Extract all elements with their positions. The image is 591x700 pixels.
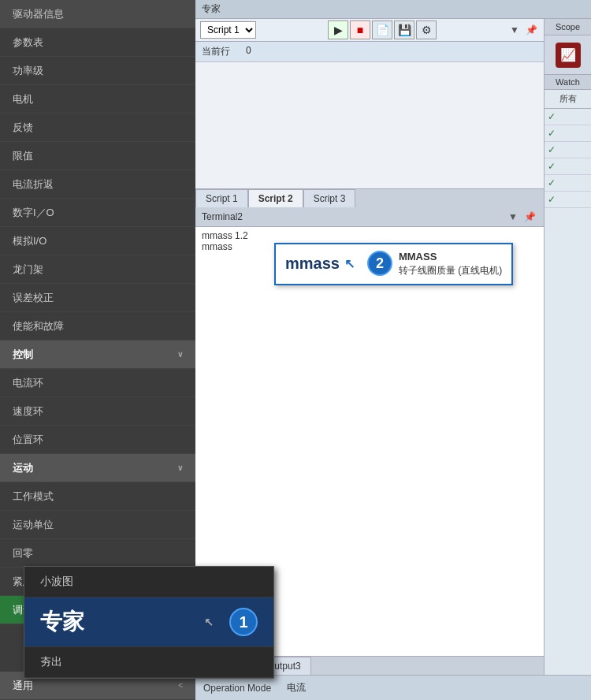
chevron-down-icon: ∨ [177, 464, 183, 472]
watch-check-1: ✓ [545, 109, 591, 125]
stop-button[interactable]: ■ [350, 20, 370, 39]
submenu-item-expert[interactable]: 专家 ↖ 1 [24, 598, 195, 647]
sidebar-item-enable-fault[interactable]: 使能和故障 [0, 312, 195, 341]
sidebar-item-motion-unit[interactable]: 运动单位 [0, 511, 195, 539]
play-button[interactable]: ▶ [328, 20, 348, 39]
checkmark-icon: ✓ [548, 194, 556, 205]
terminal-header: Terminal2 ▼ 📌 [195, 207, 544, 227]
mmass-keyword: mmass ↖ 2 [285, 251, 392, 276]
sidebar-item-speed-loop[interactable]: 速度环 [0, 397, 195, 426]
mmass-tooltip-popup: mmass ↖ 2 MMASS 转子线圈质量 (直线电机) [274, 243, 513, 285]
checkmark-icon: ✓ [548, 128, 556, 139]
sidebar: 驱动器信息 参数表 功率级 电机 反馈 限值 电流折返 数字I／O 模拟I/O … [0, 0, 195, 700]
script-toolbar: ▶ ■ 📄 💾 ⚙ [328, 20, 437, 39]
sidebar-item-position-loop[interactable]: 位置环 [0, 426, 195, 454]
sidebar-item-work-mode[interactable]: 工作模式 [0, 482, 195, 511]
arrow-down-icon[interactable]: ▼ [507, 210, 519, 224]
sidebar-item-motor[interactable]: 电机 [0, 85, 195, 114]
chevron-left-icon: < [178, 681, 183, 690]
mmass-info: MMASS 转子线圈质量 (直线电机) [399, 251, 502, 277]
script-panel: Script 1 ▶ ■ 📄 💾 ⚙ ▼ 📌 [195, 19, 544, 207]
sidebar-item-analog-io[interactable]: 模拟I/O [0, 227, 195, 255]
submenu-item-oscilloscope[interactable]: 小波图 [24, 567, 195, 598]
sidebar-item-feedback[interactable]: 反馈 [0, 114, 195, 142]
watch-check-4: ✓ [545, 158, 591, 175]
load-button[interactable]: 📄 [372, 20, 392, 39]
sidebar-item-params[interactable]: 参数表 [0, 28, 195, 57]
chevron-down-icon: ∨ [177, 350, 183, 359]
sidebar-item-motion[interactable]: 运动 ∨ [0, 454, 195, 482]
pin-icon[interactable]: 📌 [522, 210, 537, 224]
scope-icon[interactable]: 📈 [556, 43, 581, 68]
sidebar-item-power[interactable]: 功率级 [0, 57, 195, 85]
submenu-item-other[interactable]: 夯出 [24, 647, 195, 678]
watch-check-2: ✓ [545, 125, 591, 142]
sidebar-item-driver-info[interactable]: 驱动器信息 [0, 0, 195, 28]
sidebar-item-digital-io[interactable]: 数字I／O [0, 199, 195, 227]
terminal-line-1: mmass 1.2 [202, 230, 537, 241]
watch-check-5: ✓ [545, 175, 591, 192]
script-select[interactable]: Script 1 [200, 21, 256, 39]
sidebar-item-gantry[interactable]: 龙门架 [0, 255, 195, 284]
watch-check-6: ✓ [545, 192, 591, 208]
checkmark-icon: ✓ [548, 111, 556, 122]
sidebar-item-current-loop[interactable]: 电流环 [0, 369, 195, 397]
current-row-bar: 当前行 0 [195, 42, 544, 62]
script-header: Script 1 ▶ ■ 📄 💾 ⚙ ▼ 📌 [195, 19, 544, 42]
watch-header: Watch [545, 75, 591, 90]
tab-script2[interactable]: Script 2 [248, 189, 303, 207]
step-badge-2: 2 [367, 251, 392, 276]
sidebar-item-error-correction[interactable]: 误差校正 [0, 284, 195, 312]
save-button[interactable]: 💾 [394, 20, 414, 39]
sidebar-item-current-fold[interactable]: 电流折返 [0, 170, 195, 199]
cursor-arrow-icon: ↖ [344, 256, 355, 271]
tab-script1[interactable]: Script 1 [195, 189, 248, 207]
terminal-pin-controls: ▼ 📌 [507, 210, 537, 224]
sidebar-item-limits[interactable]: 限值 [0, 142, 195, 170]
watch-filter: 所有 [545, 90, 591, 109]
arrow-down-icon[interactable]: ▼ [508, 23, 521, 37]
watch-panel: Watch 所有 ✓ ✓ ✓ ✓ [545, 75, 591, 675]
checkmark-icon: ✓ [548, 161, 556, 172]
scope-icon-area: 📈 [545, 35, 591, 75]
panel-pin-controls: ▼ 📌 [508, 23, 539, 37]
pin-icon[interactable]: 📌 [524, 23, 539, 37]
scope-header: Scope [545, 19, 591, 35]
sidebar-item-home[interactable]: 回零 [0, 539, 195, 568]
checkmark-icon: ✓ [548, 177, 556, 188]
operation-mode-status: Operation Mode [203, 683, 271, 694]
tuning-submenu: 小波图 专家 ↖ 1 夯出 [24, 566, 195, 679]
watch-check-3: ✓ [545, 142, 591, 158]
tab-script3[interactable]: Script 3 [303, 189, 356, 207]
sidebar-item-control[interactable]: 控制 ∨ [0, 341, 195, 369]
script-body[interactable] [195, 62, 544, 188]
script-tabs: Script 1 Script 2 Script 3 [195, 188, 544, 207]
right-panel: Scope 📈 Watch 所有 ✓ [544, 19, 591, 675]
execute-button[interactable]: ⚙ [416, 20, 437, 39]
current-status: 电流 [287, 681, 306, 694]
expert-panel-label: 专家 [195, 0, 591, 19]
checkmark-icon: ✓ [548, 144, 556, 155]
